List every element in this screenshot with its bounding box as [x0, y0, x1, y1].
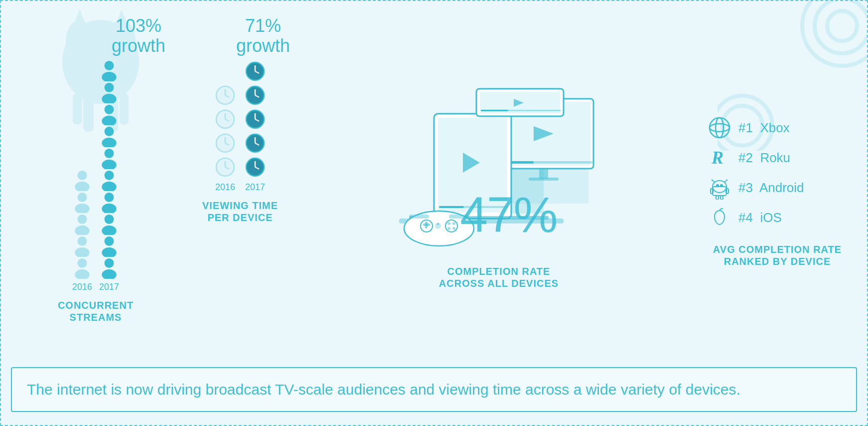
main-container: 103% growth 2016 [0, 0, 868, 426]
person-icon-2017-5 [99, 170, 120, 191]
clock-2016-3 [214, 108, 236, 130]
devices-illustration: 47% [394, 84, 603, 263]
svg-rect-114 [726, 189, 728, 194]
person-icon-2017-3 [99, 214, 120, 235]
quote-text: The internet is now driving broadcast TV… [27, 379, 841, 400]
clock-2017-5 [244, 60, 266, 82]
svg-point-42 [102, 247, 116, 257]
svg-point-17 [78, 193, 87, 202]
svg-point-27 [105, 83, 114, 92]
viewing-year-2016: 2016 [215, 182, 235, 193]
person-icon-2016-3 [72, 214, 93, 235]
svg-point-108 [716, 118, 723, 138]
person-icon-2017-1 [99, 258, 120, 279]
svg-line-118 [724, 180, 727, 182]
viewing-clocks-row: 2016 [214, 60, 266, 193]
concurrent-growth-text: growth [112, 35, 165, 56]
person-icon-2016-2 [72, 236, 93, 257]
svg-point-30 [102, 116, 116, 125]
section-completion: 47% COMPLETION RATE ACROSS ALL DEVICES [300, 11, 698, 362]
ranking-xbox-label: #1 Xbox [738, 120, 790, 136]
svg-rect-116 [721, 196, 723, 200]
svg-point-44 [102, 269, 116, 279]
person-icon-2017-8 [99, 104, 120, 125]
svg-point-19 [78, 214, 87, 224]
svg-point-35 [105, 171, 114, 180]
svg-point-39 [105, 214, 114, 224]
svg-point-43 [105, 258, 114, 268]
svg-point-101 [452, 227, 455, 230]
viewing-time-title: VIEWING TIME PER DEVICE [202, 200, 278, 223]
svg-point-40 [102, 225, 116, 235]
clock-2017-3 [244, 108, 266, 130]
concurrent-2017-col: 2017 [99, 60, 120, 292]
svg-rect-113 [711, 189, 713, 194]
viewing-growth-label: 71% growth [236, 16, 290, 55]
person-icon-2017-4 [99, 192, 120, 213]
viewing-growth-pct: 71% [245, 15, 281, 36]
svg-rect-102 [409, 214, 429, 218]
svg-point-32 [102, 138, 116, 147]
ranking-item-android: #3 Android [708, 176, 847, 200]
ranking-item-xbox: #1 Xbox [708, 116, 847, 140]
svg-point-28 [102, 94, 116, 103]
svg-rect-79 [539, 169, 548, 179]
ranking-ios-label: #4 iOS [738, 210, 782, 225]
viewing-2016-col: 2016 [214, 84, 236, 193]
bottom-quote: The internet is now driving broadcast TV… [11, 367, 857, 412]
svg-point-22 [75, 247, 89, 257]
svg-point-23 [78, 258, 87, 268]
viewing-growth-text: growth [236, 35, 290, 56]
concurrent-figures-row: 2016 2017 [72, 60, 120, 292]
top-section: 103% growth 2016 [11, 11, 857, 362]
viewing-year-2017: 2017 [245, 182, 265, 193]
viewing-2017-col: 2017 [244, 60, 266, 193]
person-icon-2017-9 [99, 82, 120, 103]
svg-rect-106 [437, 222, 438, 225]
svg-point-15 [78, 171, 87, 180]
section-ranking: #1 Xbox R #2 Roku [698, 11, 857, 362]
svg-line-117 [712, 180, 715, 182]
section-concurrent: 103% growth 2016 [11, 11, 180, 362]
svg-rect-97 [425, 221, 428, 228]
ranking-item-roku: R #2 Roku [708, 146, 847, 170]
svg-point-26 [102, 72, 116, 81]
clock-2016-4 [214, 84, 236, 106]
concurrent-growth-pct: 103% [116, 15, 161, 36]
svg-point-37 [105, 193, 114, 202]
concurrent-year-2017: 2017 [99, 282, 119, 292]
clock-2017-1 [244, 156, 266, 178]
svg-rect-90 [481, 110, 508, 111]
svg-point-100 [447, 227, 450, 230]
svg-point-20 [75, 225, 89, 235]
svg-point-29 [105, 105, 114, 114]
completion-rate-title: COMPLETION RATE ACROSS ALL DEVICES [439, 265, 559, 289]
roku-icon: R [708, 146, 731, 170]
svg-rect-115 [716, 196, 719, 200]
svg-point-18 [75, 204, 89, 213]
svg-point-119 [717, 185, 719, 187]
concurrent-2016-col: 2016 [72, 170, 93, 292]
ranking-section-title: AVG COMPLETION RATE RANKED BY DEVICE [708, 243, 847, 267]
ranking-android-label: #3 Android [738, 180, 804, 196]
svg-point-21 [78, 236, 87, 246]
concurrent-streams-title: CONCURRENT STREAMS [58, 299, 134, 323]
clock-2016-2 [214, 132, 236, 154]
svg-point-41 [105, 236, 114, 246]
svg-point-38 [102, 204, 116, 213]
svg-point-36 [102, 182, 116, 191]
svg-point-34 [102, 160, 116, 169]
svg-point-24 [75, 269, 89, 279]
clock-2017-4 [244, 84, 266, 106]
completion-rate-value: 47% [460, 186, 557, 243]
section-viewing: 71% growth [180, 11, 300, 362]
person-icon-2017-7 [99, 126, 120, 147]
android-icon [708, 176, 731, 200]
clock-2016-1 [214, 156, 236, 178]
svg-point-99 [452, 222, 455, 225]
xbox-icon [708, 116, 731, 140]
svg-point-25 [105, 61, 114, 70]
concurrent-growth-label: 103% growth [112, 16, 165, 55]
person-icon-2017-6 [99, 148, 120, 169]
svg-point-98 [447, 222, 450, 225]
